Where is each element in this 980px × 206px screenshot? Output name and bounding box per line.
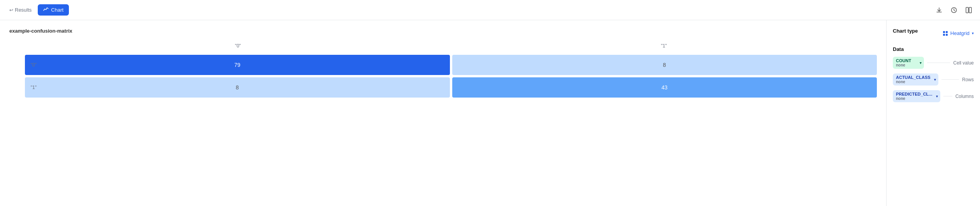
cell-value-label: Cell value [953, 60, 974, 66]
top-bar: ↩ Results Chart [0, 0, 980, 20]
top-bar-left: ↩ Results Chart [6, 4, 69, 16]
rows-label: Rows [962, 77, 974, 82]
actual-class-label: ACTUAL_CLASS [896, 75, 931, 80]
svg-rect-3 [943, 31, 945, 33]
svg-rect-2 [969, 7, 971, 13]
results-button[interactable]: ↩ Results [6, 5, 35, 14]
layout-button[interactable] [964, 5, 974, 15]
table-row: "0" 79 8 [25, 55, 877, 75]
chart-type-row: Chart type Heatgrid ▾ [893, 28, 974, 38]
chart-area: example-confusion-matrix "0" "1" "0" 79 … [0, 20, 887, 206]
svg-rect-6 [946, 34, 948, 36]
divider [941, 79, 959, 80]
cell-1-0: 8 [25, 77, 450, 98]
data-row-actual: ACTUAL_CLASS none ▾ Rows [893, 73, 974, 86]
count-badge[interactable]: COUNT none ▾ [893, 57, 924, 69]
chart-type-selector[interactable]: Heatgrid ▾ [943, 30, 974, 36]
count-badge-sub: none [896, 63, 916, 67]
chevron-down-icon: ▾ [936, 94, 938, 98]
divider [943, 96, 952, 96]
predicted-badge[interactable]: PREDICTED_CL... none ▾ [893, 90, 940, 102]
data-section-title: Data [893, 46, 974, 52]
history-button[interactable] [949, 5, 959, 15]
heatgrid-icon [943, 31, 948, 36]
heatgrid-label: Heatgrid [950, 30, 969, 36]
heatgrid-wrapper: "0" "1" "0" 79 8 "1" 8 [9, 43, 877, 98]
columns-label: Columns [955, 94, 974, 99]
chevron-down-icon: ▾ [920, 61, 922, 65]
predicted-sub: none [896, 96, 933, 101]
data-section: Data COUNT none ▾ Cell value ACTUAL_CLAS… [893, 46, 974, 102]
row-cells-0: 79 8 [25, 55, 877, 75]
chart-button[interactable]: Chart [38, 4, 69, 16]
cell-0-0: 79 [25, 55, 450, 75]
row-label-0: "0" [25, 62, 40, 68]
chart-type-title: Chart type [893, 28, 918, 34]
cell-1-1: 43 [452, 77, 877, 98]
download-button[interactable] [934, 5, 944, 15]
results-arrow-icon: ↩ [9, 7, 13, 13]
divider [927, 63, 950, 63]
row-cells-1: 8 43 [25, 77, 877, 98]
col-headers: "0" "1" [25, 43, 877, 51]
chart-title: example-confusion-matrix [9, 28, 877, 34]
predicted-label: PREDICTED_CL... [896, 92, 933, 96]
chart-trend-icon [43, 7, 49, 13]
data-row-count: COUNT none ▾ Cell value [893, 57, 974, 69]
svg-rect-5 [943, 34, 945, 36]
svg-rect-1 [966, 7, 968, 13]
right-panel: Chart type Heatgrid ▾ Data [887, 20, 980, 206]
col-header-0: "0" [25, 43, 451, 51]
main-content: example-confusion-matrix "0" "1" "0" 79 … [0, 20, 980, 206]
svg-rect-4 [946, 31, 948, 33]
chevron-down-icon: ▾ [972, 31, 974, 35]
chevron-down-icon: ▾ [934, 78, 936, 82]
data-row-predicted: PREDICTED_CL... none ▾ Columns [893, 90, 974, 102]
results-label: Results [15, 7, 32, 13]
col-header-1: "1" [451, 43, 877, 51]
chart-label: Chart [51, 7, 63, 13]
count-badge-label: COUNT [896, 58, 916, 63]
table-row: "1" 8 43 [25, 77, 877, 98]
top-bar-right [934, 5, 974, 15]
actual-class-badge[interactable]: ACTUAL_CLASS none ▾ [893, 73, 938, 86]
row-label-1: "1" [25, 85, 40, 90]
grid-rows: "0" 79 8 "1" 8 43 [25, 55, 877, 98]
actual-class-sub: none [896, 80, 931, 84]
cell-0-1: 8 [452, 55, 877, 75]
